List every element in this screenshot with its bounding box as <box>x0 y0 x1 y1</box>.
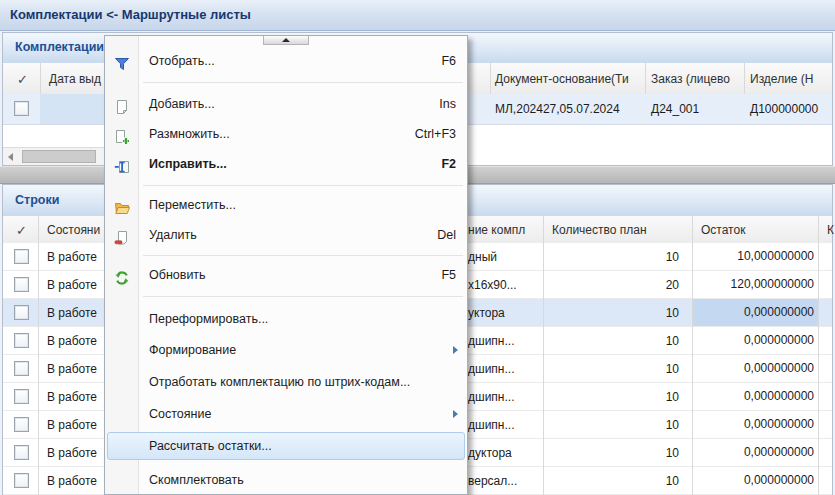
menu-item-state[interactable]: Состояние <box>106 399 466 429</box>
menu-separator <box>143 185 463 186</box>
panel-stroki-title: Строки <box>15 193 59 207</box>
cell-remainder: 0,000000000 <box>693 467 818 494</box>
menu-item-calc-remainders[interactable]: Рассчитать остатки... <box>107 432 465 460</box>
menu-item-label: Обновить <box>149 260 206 290</box>
window-title-bar: Комплектации <- Маршрутные листы <box>0 0 835 31</box>
menu-item-label: Исправить... <box>149 149 227 179</box>
column-document[interactable]: Документ-основание(Ти <box>495 72 629 86</box>
menu-scroll-up-button[interactable] <box>263 36 309 45</box>
menu-item-label: Отобрать... <box>149 46 215 76</box>
cell-qty-plan: 10 <box>543 250 679 264</box>
check-all-column-header[interactable]: ✓ <box>16 222 27 237</box>
menu-item-edit[interactable]: Исправить... F2 <box>106 149 466 179</box>
column-order[interactable]: Заказ (лицево <box>651 72 730 86</box>
submenu-arrow-icon <box>453 346 458 354</box>
row-checkbox[interactable] <box>14 101 29 116</box>
column-component[interactable]: ние компл <box>468 223 525 237</box>
cell-qty-plan: 10 <box>543 474 679 488</box>
cell-remainder: 10,000000000 <box>693 243 818 270</box>
menu-item-shortcut: F2 <box>441 149 456 179</box>
menu-item-shortcut: Del <box>437 220 456 250</box>
row-checkbox[interactable] <box>14 445 29 460</box>
cell-component: уктора <box>468 306 542 320</box>
scroll-up-arrow-icon <box>282 38 290 42</box>
cell-state: В работе <box>47 362 97 376</box>
cell-remainder: 120,000000000 <box>693 271 818 298</box>
row-checkbox[interactable] <box>14 249 29 264</box>
menu-item-delete[interactable]: Удалить Del <box>106 220 466 250</box>
column-qty-plan[interactable]: Количество план <box>552 223 647 237</box>
cell-qty-plan: 10 <box>543 362 679 376</box>
menu-item-label: Удалить <box>149 220 197 250</box>
context-menu: Отобрать... F6 Добавить... Ins Размножит… <box>104 35 468 495</box>
cell-state: В работе <box>47 474 97 488</box>
move-folder-icon <box>114 197 130 213</box>
cell-qty-plan: 10 <box>543 306 679 320</box>
column-date[interactable]: Дата выд <box>49 72 101 86</box>
menu-item-move[interactable]: Переместить... <box>106 190 466 220</box>
window-title: Комплектации <- Маршрутные листы <box>10 7 251 22</box>
menu-item-add[interactable]: Добавить... Ins <box>106 89 466 119</box>
row-checkbox[interactable] <box>14 473 29 488</box>
row-checkbox[interactable] <box>14 305 29 320</box>
scrollbar-thumb[interactable] <box>22 150 96 163</box>
column-divider <box>543 216 544 495</box>
cell-component: дный <box>468 250 542 264</box>
cell-component: х16х90... <box>468 278 542 292</box>
column-remainder[interactable]: Остаток <box>701 223 745 237</box>
cell-state: В работе <box>47 278 97 292</box>
cell-component: дуктора <box>468 446 542 460</box>
row-checkbox[interactable] <box>14 417 29 432</box>
cell-remainder-current: 0,000000000 <box>693 299 818 326</box>
row-checkbox[interactable] <box>14 361 29 376</box>
column-state[interactable]: Состояни <box>47 223 100 237</box>
column-next[interactable]: К <box>827 223 834 237</box>
menu-item-assemble[interactable]: Скомплектовать <box>106 465 466 495</box>
menu-item-label: Размножить... <box>149 119 230 149</box>
cell-state: В работе <box>47 418 97 432</box>
row-checkbox[interactable] <box>14 333 29 348</box>
cell-state: В работе <box>47 446 97 460</box>
horizontal-scrollbar[interactable] <box>3 147 104 165</box>
row-checkbox[interactable] <box>14 277 29 292</box>
menu-item-shortcut: Ins <box>439 89 456 119</box>
cell-remainder: 0,000000000 <box>693 411 818 438</box>
cell-remainder: 0,000000000 <box>693 383 818 410</box>
menu-item-barcode-processing[interactable]: Отработать комплектацию по штрих-кодам..… <box>106 367 466 397</box>
cell-component: дшипн... <box>468 418 542 432</box>
column-product[interactable]: Изделие (Н <box>750 72 814 86</box>
scroll-left-button[interactable] <box>3 148 19 165</box>
cell-state: В работе <box>47 306 97 320</box>
cell-state: В работе <box>47 250 97 264</box>
cell-qty-plan: 10 <box>543 446 679 460</box>
cell-qty-plan: 10 <box>543 390 679 404</box>
menu-item-label: Добавить... <box>149 89 215 119</box>
menu-item-label: Формирование <box>149 335 236 365</box>
cell-qty-plan: 20 <box>543 278 679 292</box>
check-all-column-header[interactable]: ✓ <box>17 71 28 86</box>
row-checkbox[interactable] <box>14 389 29 404</box>
cell-remainder: 0,000000000 <box>693 327 818 354</box>
filter-icon <box>114 53 130 69</box>
cell-product: Д100000000 <box>750 102 818 116</box>
cell-remainder: 0,000000000 <box>693 355 818 382</box>
cell-remainder: 0,000000000 <box>693 439 818 466</box>
refresh-icon <box>114 267 130 283</box>
cell-component: версал... <box>468 474 542 488</box>
cell-qty-plan: 10 <box>543 418 679 432</box>
column-divider <box>692 216 693 495</box>
menu-item-label: Состояние <box>149 399 211 429</box>
menu-item-shortcut: F6 <box>441 46 456 76</box>
add-document-icon <box>114 96 130 112</box>
menu-separator <box>143 296 463 297</box>
menu-item-duplicate[interactable]: Размножить... Ctrl+F3 <box>106 119 466 149</box>
menu-item-formation[interactable]: Формирование <box>106 335 466 365</box>
menu-item-refresh[interactable]: Обновить F5 <box>106 260 466 290</box>
cell-component: дшипн... <box>468 362 542 376</box>
menu-item-filter[interactable]: Отобрать... F6 <box>106 46 466 76</box>
menu-item-reform[interactable]: Переформировать... <box>106 304 466 334</box>
current-cell[interactable] <box>40 94 104 124</box>
column-divider <box>38 216 39 495</box>
menu-item-shortcut: Ctrl+F3 <box>415 119 456 149</box>
cell-component: дшипн... <box>468 390 542 404</box>
